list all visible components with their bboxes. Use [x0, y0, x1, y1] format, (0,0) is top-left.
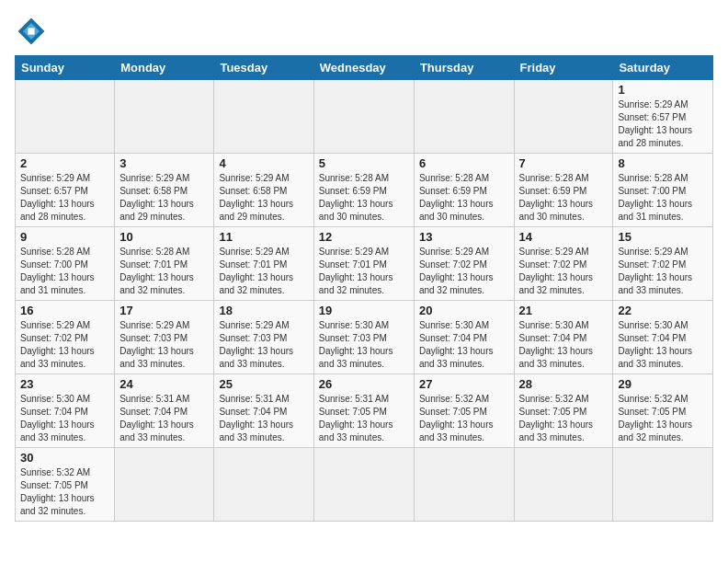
- day-info: Sunrise: 5:28 AM Sunset: 7:00 PM Dayligh…: [618, 172, 708, 224]
- day-info: Sunrise: 5:32 AM Sunset: 7:05 PM Dayligh…: [618, 393, 708, 444]
- day-info: Sunrise: 5:29 AM Sunset: 7:02 PM Dayligh…: [20, 319, 109, 371]
- day-number: 18: [219, 304, 308, 317]
- weekday-header-cell: Friday: [514, 56, 613, 80]
- week-row: 30Sunrise: 5:32 AM Sunset: 7:05 PM Dayli…: [16, 448, 713, 522]
- day-cell: 16Sunrise: 5:29 AM Sunset: 7:02 PM Dayli…: [16, 301, 115, 374]
- day-number: 28: [519, 377, 609, 391]
- day-info: Sunrise: 5:29 AM Sunset: 6:58 PM Dayligh…: [119, 172, 209, 224]
- day-info: Sunrise: 5:29 AM Sunset: 6:57 PM Dayligh…: [618, 98, 708, 150]
- day-info: Sunrise: 5:29 AM Sunset: 6:57 PM Dayligh…: [20, 172, 109, 224]
- day-cell: 13Sunrise: 5:29 AM Sunset: 7:02 PM Dayli…: [414, 227, 514, 301]
- day-cell: 25Sunrise: 5:31 AM Sunset: 7:04 PM Dayli…: [214, 374, 313, 448]
- day-info: Sunrise: 5:29 AM Sunset: 7:01 PM Dayligh…: [319, 246, 409, 297]
- logo-icon: [15, 15, 48, 48]
- day-cell: 30Sunrise: 5:32 AM Sunset: 7:05 PM Dayli…: [16, 448, 115, 522]
- day-number: 25: [219, 377, 308, 391]
- day-info: Sunrise: 5:29 AM Sunset: 6:58 PM Dayligh…: [219, 172, 308, 224]
- day-info: Sunrise: 5:29 AM Sunset: 7:02 PM Dayligh…: [519, 246, 609, 297]
- weekday-header-cell: Thursday: [414, 56, 514, 80]
- weekday-header-cell: Sunday: [16, 56, 115, 80]
- day-number: 8: [618, 156, 708, 170]
- day-info: Sunrise: 5:31 AM Sunset: 7:04 PM Dayligh…: [219, 393, 308, 444]
- weekday-header-cell: Tuesday: [214, 56, 313, 80]
- week-row: 2Sunrise: 5:29 AM Sunset: 6:57 PM Daylig…: [16, 154, 713, 227]
- day-number: 20: [419, 304, 509, 317]
- day-cell: 27Sunrise: 5:32 AM Sunset: 7:05 PM Dayli…: [414, 374, 514, 448]
- day-cell: [115, 448, 214, 522]
- day-info: Sunrise: 5:30 AM Sunset: 7:04 PM Dayligh…: [618, 319, 708, 371]
- day-cell: 28Sunrise: 5:32 AM Sunset: 7:05 PM Dayli…: [514, 374, 613, 448]
- day-info: Sunrise: 5:28 AM Sunset: 6:59 PM Dayligh…: [319, 172, 409, 224]
- day-number: 5: [319, 156, 409, 170]
- day-cell: 22Sunrise: 5:30 AM Sunset: 7:04 PM Dayli…: [613, 301, 713, 374]
- day-cell: 23Sunrise: 5:30 AM Sunset: 7:04 PM Dayli…: [16, 374, 115, 448]
- day-info: Sunrise: 5:28 AM Sunset: 7:00 PM Dayligh…: [20, 246, 109, 297]
- week-row: 1Sunrise: 5:29 AM Sunset: 6:57 PM Daylig…: [16, 80, 713, 154]
- day-number: 9: [20, 230, 109, 244]
- calendar-body: 1Sunrise: 5:29 AM Sunset: 6:57 PM Daylig…: [16, 80, 713, 522]
- day-cell: 4Sunrise: 5:29 AM Sunset: 6:58 PM Daylig…: [214, 154, 313, 227]
- day-number: 10: [119, 230, 209, 244]
- day-cell: 15Sunrise: 5:29 AM Sunset: 7:02 PM Dayli…: [613, 227, 713, 301]
- day-cell: 14Sunrise: 5:29 AM Sunset: 7:02 PM Dayli…: [514, 227, 613, 301]
- day-info: Sunrise: 5:32 AM Sunset: 7:05 PM Dayligh…: [419, 393, 509, 444]
- day-cell: 6Sunrise: 5:28 AM Sunset: 6:59 PM Daylig…: [414, 154, 514, 227]
- day-cell: 2Sunrise: 5:29 AM Sunset: 6:57 PM Daylig…: [16, 154, 115, 227]
- day-cell: [115, 80, 214, 154]
- week-row: 9Sunrise: 5:28 AM Sunset: 7:00 PM Daylig…: [16, 227, 713, 301]
- day-info: Sunrise: 5:29 AM Sunset: 7:01 PM Dayligh…: [219, 246, 308, 297]
- week-row: 23Sunrise: 5:30 AM Sunset: 7:04 PM Dayli…: [16, 374, 713, 448]
- weekday-header-row: SundayMondayTuesdayWednesdayThursdayFrid…: [16, 56, 713, 80]
- day-number: 4: [219, 156, 308, 170]
- day-info: Sunrise: 5:29 AM Sunset: 7:03 PM Dayligh…: [119, 319, 209, 371]
- logo: [15, 15, 51, 48]
- day-cell: 18Sunrise: 5:29 AM Sunset: 7:03 PM Dayli…: [214, 301, 313, 374]
- day-info: Sunrise: 5:28 AM Sunset: 6:59 PM Dayligh…: [519, 172, 609, 224]
- day-info: Sunrise: 5:31 AM Sunset: 7:04 PM Dayligh…: [119, 393, 209, 444]
- day-number: 7: [519, 156, 609, 170]
- weekday-header-cell: Monday: [115, 56, 214, 80]
- day-number: 22: [618, 304, 708, 317]
- day-info: Sunrise: 5:30 AM Sunset: 7:04 PM Dayligh…: [20, 393, 109, 444]
- page-header: [15, 15, 713, 48]
- day-number: 14: [519, 230, 609, 244]
- day-cell: [214, 448, 313, 522]
- day-number: 27: [419, 377, 509, 391]
- day-cell: 21Sunrise: 5:30 AM Sunset: 7:04 PM Dayli…: [514, 301, 613, 374]
- day-info: Sunrise: 5:32 AM Sunset: 7:05 PM Dayligh…: [519, 393, 609, 444]
- day-info: Sunrise: 5:32 AM Sunset: 7:05 PM Dayligh…: [20, 466, 109, 518]
- day-cell: 7Sunrise: 5:28 AM Sunset: 6:59 PM Daylig…: [514, 154, 613, 227]
- day-info: Sunrise: 5:29 AM Sunset: 7:02 PM Dayligh…: [419, 246, 509, 297]
- day-cell: [214, 80, 313, 154]
- day-cell: 26Sunrise: 5:31 AM Sunset: 7:05 PM Dayli…: [313, 374, 414, 448]
- day-cell: 9Sunrise: 5:28 AM Sunset: 7:00 PM Daylig…: [16, 227, 115, 301]
- day-number: 6: [419, 156, 509, 170]
- day-number: 21: [519, 304, 609, 317]
- day-number: 23: [20, 377, 109, 391]
- day-info: Sunrise: 5:31 AM Sunset: 7:05 PM Dayligh…: [319, 393, 409, 444]
- day-info: Sunrise: 5:28 AM Sunset: 6:59 PM Dayligh…: [419, 172, 509, 224]
- day-number: 24: [119, 377, 209, 391]
- day-cell: 29Sunrise: 5:32 AM Sunset: 7:05 PM Dayli…: [613, 374, 713, 448]
- day-number: 12: [319, 230, 409, 244]
- day-info: Sunrise: 5:30 AM Sunset: 7:03 PM Dayligh…: [319, 319, 409, 371]
- day-number: 2: [20, 156, 109, 170]
- day-info: Sunrise: 5:28 AM Sunset: 7:01 PM Dayligh…: [119, 246, 209, 297]
- svg-rect-2: [28, 28, 34, 34]
- day-number: 17: [119, 304, 209, 317]
- day-cell: 5Sunrise: 5:28 AM Sunset: 6:59 PM Daylig…: [313, 154, 414, 227]
- day-info: Sunrise: 5:29 AM Sunset: 7:03 PM Dayligh…: [219, 319, 308, 371]
- day-number: 11: [219, 230, 308, 244]
- day-cell: [16, 80, 115, 154]
- day-cell: [613, 448, 713, 522]
- day-cell: [414, 80, 514, 154]
- day-cell: [313, 448, 414, 522]
- day-cell: 8Sunrise: 5:28 AM Sunset: 7:00 PM Daylig…: [613, 154, 713, 227]
- day-cell: 3Sunrise: 5:29 AM Sunset: 6:58 PM Daylig…: [115, 154, 214, 227]
- day-number: 16: [20, 304, 109, 317]
- day-cell: [514, 448, 613, 522]
- day-info: Sunrise: 5:30 AM Sunset: 7:04 PM Dayligh…: [519, 319, 609, 371]
- day-cell: 1Sunrise: 5:29 AM Sunset: 6:57 PM Daylig…: [613, 80, 713, 154]
- day-number: 13: [419, 230, 509, 244]
- day-number: 3: [119, 156, 209, 170]
